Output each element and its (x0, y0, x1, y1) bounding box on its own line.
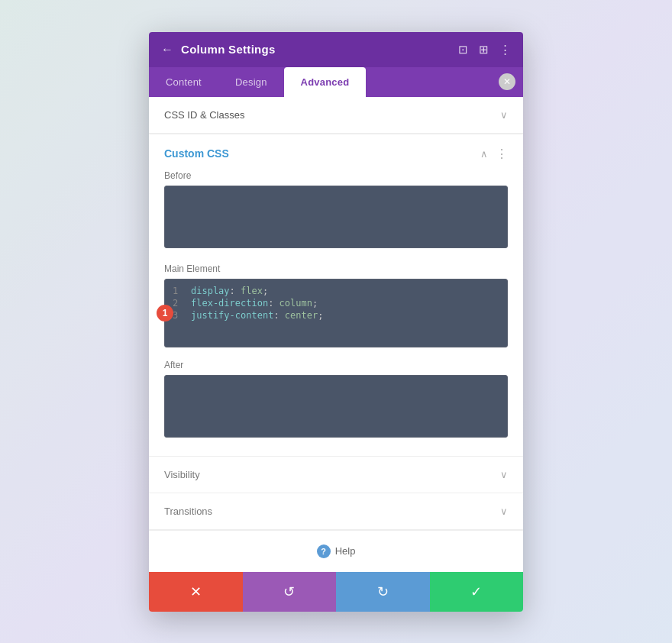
code-prop-1: display (191, 286, 230, 296)
code-text-1: display: flex; (191, 286, 268, 296)
visibility-section: Visibility ∨ (149, 457, 523, 493)
before-label: Before (164, 170, 508, 181)
main-element-field: Main Element 1 1 display: flex; 2 (164, 263, 508, 347)
visibility-chevron: ∨ (500, 469, 508, 480)
code-val-2: column (279, 298, 312, 309)
code-line-3: 3 justify-content: center; (173, 310, 499, 321)
code-prop-3: justify-content (191, 310, 273, 321)
main-element-editor[interactable]: 1 display: flex; 2 flex-direction: colum… (164, 279, 508, 347)
tabs-bar: Content Design Advanced ✕ (149, 67, 523, 97)
footer: ✕ ↺ ↻ ✓ (149, 572, 523, 612)
visibility-title: Visibility (164, 469, 200, 480)
redo-button[interactable]: ↻ (336, 572, 430, 612)
custom-css-collapse-icon[interactable]: ∧ (480, 148, 488, 160)
tab-content[interactable]: Content (149, 67, 218, 97)
custom-css-section: Custom CSS ∧ ⋮ Before Main Element 1 (149, 134, 523, 456)
css-id-classes-chevron: ∨ (500, 109, 508, 121)
code-text-3: justify-content: center; (191, 310, 323, 321)
header-icons: ⊡ ⊞ ⋮ (458, 43, 511, 57)
save-button[interactable]: ✓ (430, 572, 524, 612)
transitions-chevron: ∨ (500, 506, 508, 517)
line-num-1: 1 (173, 286, 183, 296)
code-val-3: center (285, 310, 318, 321)
after-field: After (164, 360, 508, 441)
transitions-title: Transitions (164, 506, 212, 517)
help-label: Help (335, 545, 356, 557)
code-prop-2: flex-direction (191, 298, 268, 309)
custom-css-controls: ∧ ⋮ (480, 147, 508, 161)
transitions-header[interactable]: Transitions ∨ (149, 493, 523, 529)
code-line-1: 1 display: flex; (173, 286, 499, 296)
more-options-icon[interactable]: ⋮ (499, 43, 511, 57)
back-arrow-icon[interactable]: ← (161, 43, 173, 57)
main-element-label: Main Element (164, 263, 508, 274)
line-num-2: 2 (173, 298, 183, 309)
custom-css-title: Custom CSS (164, 147, 229, 160)
modal-header: ← Column Settings ⊡ ⊞ ⋮ (149, 32, 523, 67)
tab-advanced[interactable]: Advanced (284, 67, 367, 97)
after-label: After (164, 360, 508, 370)
tab-design[interactable]: Design (218, 67, 284, 97)
modal-content: CSS ID & Classes ∨ Custom CSS ∧ ⋮ Before… (149, 97, 523, 572)
code-line-2: 2 flex-direction: column; (173, 298, 499, 309)
modal-title: Column Settings (181, 43, 276, 56)
css-id-classes-title: CSS ID & Classes (164, 109, 244, 121)
after-textarea[interactable] (164, 375, 508, 438)
line-num-3: 3 (173, 310, 183, 321)
code-text-2: flex-direction: column; (191, 298, 318, 309)
header-left: ← Column Settings (161, 43, 276, 57)
notification-badge: 1 (157, 305, 173, 322)
help-icon: ? (317, 544, 331, 558)
reset-button[interactable]: ↺ (243, 572, 337, 612)
code-val-1: flex (241, 286, 263, 296)
cancel-button[interactable]: ✕ (149, 572, 243, 612)
main-element-container: 1 1 display: flex; 2 flex-direction: col… (164, 279, 508, 347)
expand-icon[interactable]: ⊡ (458, 43, 468, 57)
help-row[interactable]: ? Help (149, 530, 523, 572)
css-id-classes-section[interactable]: CSS ID & Classes ∨ (149, 97, 523, 134)
close-button[interactable]: ✕ (499, 73, 515, 90)
custom-css-more-icon[interactable]: ⋮ (496, 147, 508, 161)
column-settings-modal: ← Column Settings ⊡ ⊞ ⋮ Content Design A… (149, 32, 523, 612)
transitions-section: Transitions ∨ (149, 493, 523, 530)
before-field: Before (164, 170, 508, 251)
before-textarea[interactable] (164, 186, 508, 248)
custom-css-header: Custom CSS ∧ ⋮ (164, 134, 508, 170)
split-icon[interactable]: ⊞ (479, 43, 489, 57)
visibility-header[interactable]: Visibility ∨ (149, 457, 523, 493)
tab-close-area: ✕ (499, 67, 523, 97)
